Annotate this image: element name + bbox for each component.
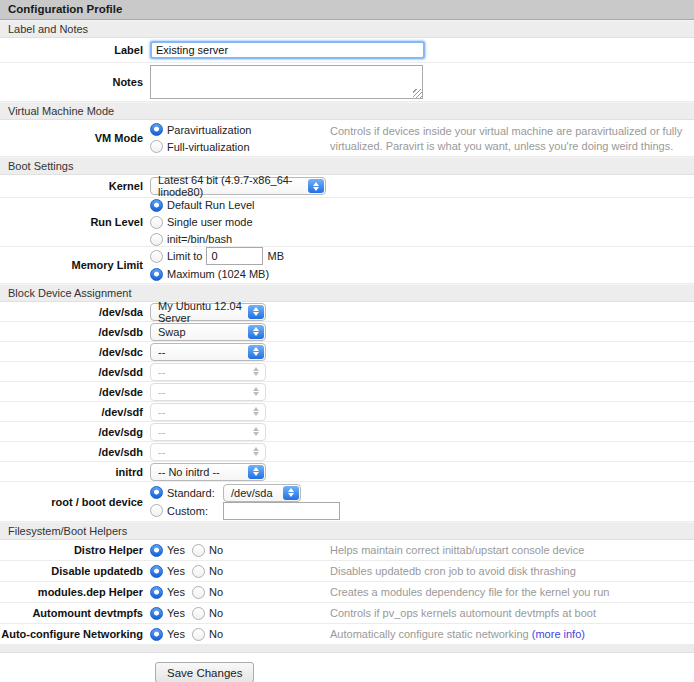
more-info-link[interactable]: (more info) [532,628,585,640]
auto-configure-networking-yes[interactable]: Yes [150,627,185,642]
distro-helper-yes[interactable]: Yes [150,543,185,558]
form-row-kernel: Kernel Latest 64 bit (4.9.7-x86_64-linod… [0,175,694,198]
memory-limit-option-limit[interactable]: Limit to MB [150,249,284,264]
automount-devtmpfs-yes[interactable]: Yes [150,606,185,621]
section-block-device-assignment: Block Device Assignment [0,284,694,302]
disable-updatedb-help-text: Disables updatedb cron job to avoid disk… [330,564,686,579]
section-filesystem-boot-helpers: Filesystem/Boot Helpers [0,522,694,540]
radio-custom[interactable] [150,504,163,517]
radio-default-run-level[interactable] [150,199,163,212]
save-changes-button[interactable]: Save Changes [155,662,254,682]
run-level-option-single-user[interactable]: Single user mode [150,215,254,230]
select-stepper-icon[interactable] [248,345,264,359]
radio-yes[interactable] [150,628,163,641]
dev-sdf-select: -- [150,403,266,421]
radio-maximum[interactable] [150,268,163,281]
radio-label: Limit to [167,250,202,262]
dev-sdf-label: /dev/sdf [0,406,150,418]
radio-label: Yes [167,565,185,577]
dev-sdc-label: /dev/sdc [0,346,150,358]
initrd-select-value: -- No initrd -- [158,466,220,478]
root-device-option-standard[interactable]: Standard: /dev/sda [150,485,340,500]
form-row-automount-devtmpfs: Automount devtmpfs Yes No Controls if pv… [0,603,694,624]
radio-no[interactable] [192,628,205,641]
root-custom-input[interactable] [223,502,340,520]
label-input[interactable] [150,41,425,59]
modules-dep-yes[interactable]: Yes [150,585,185,600]
radio-label: init=/bin/bash [167,233,232,245]
dev-sde-label: /dev/sde [0,386,150,398]
modules-dep-no[interactable]: No [192,585,223,600]
notes-field-label: Notes [0,76,150,88]
run-level-option-default[interactable]: Default Run Level [150,198,254,213]
dev-sdh-select-value: -- [158,446,165,458]
radio-label: Maximum (1024 MB) [167,268,269,280]
radio-full-virtualization[interactable] [150,140,163,153]
page-title: Configuration Profile [0,0,694,20]
modules-dep-helper-label: modules.dep Helper [0,586,150,598]
section-virtual-machine-mode: Virtual Machine Mode [0,102,694,120]
radio-single-user-mode[interactable] [150,216,163,229]
initrd-select[interactable]: -- No initrd -- [150,463,266,481]
modules-dep-help-text: Creates a modules dependency file for th… [330,585,686,600]
dev-sdd-label: /dev/sdd [0,366,150,378]
vm-mode-option-paravirtualization[interactable]: Paravirtualization [150,122,251,137]
automount-devtmpfs-no[interactable]: No [192,606,223,621]
radio-label: Yes [167,544,185,556]
dev-sdg-select-value: -- [158,426,165,438]
vm-mode-help-text: Controls if devices inside your virtual … [330,124,686,154]
disable-updatedb-no[interactable]: No [192,564,223,579]
root-standard-select[interactable]: /dev/sda [223,484,301,502]
form-row-root-boot-device: root / boot device Standard: /dev/sda Cu… [0,482,694,522]
root-device-option-custom[interactable]: Custom: [150,503,340,518]
form-row-memory-limit: Memory Limit Limit to MB Maximum (1024 M… [0,247,694,284]
radio-yes[interactable] [150,565,163,578]
radio-label: No [209,565,223,577]
dev-sda-select[interactable]: My Ubuntu 12.04 Server [150,303,266,321]
radio-yes[interactable] [150,586,163,599]
kernel-select[interactable]: Latest 64 bit (4.9.7-x86_64-linode80) [150,177,326,195]
select-stepper-icon[interactable] [283,486,299,500]
notes-textarea[interactable] [150,65,423,99]
radio-label: No [209,544,223,556]
auto-configure-networking-no[interactable]: No [192,627,223,642]
select-stepper-icon[interactable] [248,325,264,339]
radio-no[interactable] [192,607,205,620]
form-row-run-level: Run Level Default Run Level Single user … [0,198,694,247]
radio-no[interactable] [192,565,205,578]
radio-no[interactable] [192,586,205,599]
select-stepper-icon [248,405,264,419]
radio-yes[interactable] [150,544,163,557]
run-level-option-init-bash[interactable]: init=/bin/bash [150,232,254,247]
run-level-label: Run Level [0,216,150,228]
form-row-dev-sdg: /dev/sdg -- [0,422,694,442]
radio-standard[interactable] [150,486,163,499]
select-stepper-icon[interactable] [248,305,264,319]
radio-label: Yes [167,607,185,619]
dev-sdb-select[interactable]: Swap [150,323,266,341]
radio-label: No [209,586,223,598]
radio-paravirtualization[interactable] [150,123,163,136]
radio-yes[interactable] [150,607,163,620]
distro-helper-no[interactable]: No [192,543,223,558]
radio-limit-to[interactable] [150,250,163,263]
resize-grip-icon[interactable] [413,89,422,98]
vm-mode-option-full-virtualization[interactable]: Full-virtualization [150,139,251,154]
select-stepper-icon[interactable] [248,465,264,479]
distro-helper-label: Distro Helper [0,544,150,556]
radio-label: No [209,607,223,619]
memory-limit-input[interactable] [206,247,263,265]
radio-init-bin-bash[interactable] [150,233,163,246]
dev-sdc-select[interactable]: -- [150,343,266,361]
radio-label: Paravirtualization [167,124,251,136]
initrd-label: initrd [0,466,150,478]
distro-helper-help-text: Helps maintain correct inittab/upstart c… [330,543,686,558]
kernel-select-value: Latest 64 bit (4.9.7-x86_64-linode80) [158,174,303,198]
radio-no[interactable] [192,544,205,557]
select-stepper-icon [248,445,264,459]
select-stepper-icon[interactable] [308,179,324,193]
memory-limit-option-maximum[interactable]: Maximum (1024 MB) [150,267,284,282]
disable-updatedb-yes[interactable]: Yes [150,564,185,579]
root-boot-device-label: root / boot device [0,496,150,508]
root-standard-select-value: /dev/sda [231,487,273,499]
